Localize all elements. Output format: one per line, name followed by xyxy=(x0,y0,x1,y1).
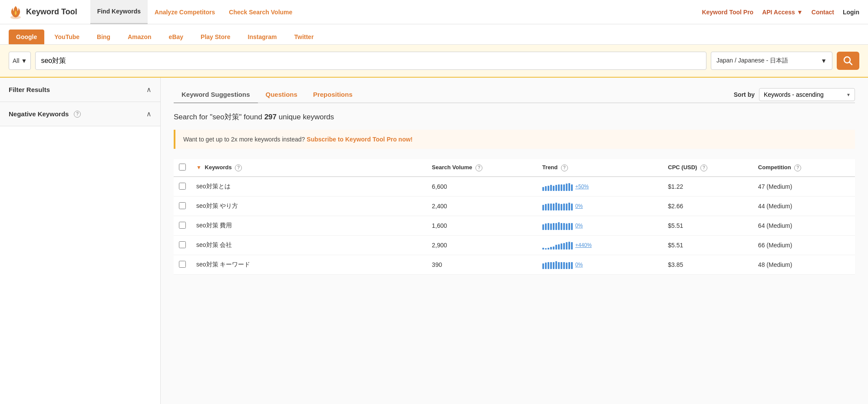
select-all-checkbox[interactable] xyxy=(179,164,186,171)
search-type-select[interactable]: All ▼ xyxy=(9,52,31,70)
th-keywords: ▼ Keywords ? xyxy=(191,159,427,177)
row-competition: 66 (Medium) xyxy=(753,236,855,255)
promo-link[interactable]: Subscribe to Keyword Tool Pro now! xyxy=(307,136,413,143)
row-checkbox-cell xyxy=(174,216,191,236)
nav-contact[interactable]: Contact xyxy=(812,9,834,16)
filter-results-title: Filter Results xyxy=(9,86,50,93)
row-checkbox[interactable] xyxy=(179,202,186,209)
search-bar: All ▼ Japan / Japanese - 日本語 ▼ xyxy=(0,45,868,78)
row-keyword: seo対策 会社 xyxy=(191,236,427,255)
search-icon xyxy=(843,56,853,66)
filter-results-header[interactable]: Filter Results ∧ xyxy=(0,78,160,102)
row-keyword: seo対策 キーワード xyxy=(191,255,427,275)
nav-find-keywords[interactable]: Find Keywords xyxy=(90,0,148,24)
trend-info-icon[interactable]: ? xyxy=(561,164,568,171)
table-row: seo対策 やり方2,4000%$2.6644 (Medium) xyxy=(174,197,855,216)
th-search-volume: Search Volume ? xyxy=(427,159,537,177)
row-checkbox-cell xyxy=(174,177,191,197)
row-keyword: seo対策 やり方 xyxy=(191,197,427,216)
tab-keyword-suggestions[interactable]: Keyword Suggestions xyxy=(174,86,258,103)
trend-link[interactable]: 0% xyxy=(575,203,583,209)
tab-google[interactable]: Google xyxy=(9,30,44,44)
nav-check-search-volume[interactable]: Check Search Volume xyxy=(222,0,299,24)
logo-text: Keyword Tool xyxy=(26,7,77,16)
row-checkbox-cell xyxy=(174,255,191,275)
keyword-table: ▼ Keywords ? Search Volume ? Trend ? CPC… xyxy=(174,159,855,275)
table-row: seo対策 費用1,6000%$5.5164 (Medium) xyxy=(174,216,855,236)
row-keyword: seo対策とは xyxy=(191,177,427,197)
nav-keyword-tool-pro[interactable]: Keyword Tool Pro xyxy=(702,9,753,16)
trend-link[interactable]: +440% xyxy=(575,242,592,248)
negative-keywords-section: Negative Keywords ? ∧ xyxy=(0,102,160,126)
th-checkbox xyxy=(174,159,191,177)
tab-amazon[interactable]: Amazon xyxy=(120,30,158,44)
trend-link[interactable]: 0% xyxy=(575,223,583,229)
row-cpc: $5.51 xyxy=(663,216,753,236)
tab-twitter[interactable]: Twitter xyxy=(287,30,321,44)
nav-login[interactable]: Login xyxy=(843,9,859,16)
table-row: seo対策 キーワード3900%$3.8548 (Medium) xyxy=(174,255,855,275)
nav-right: Keyword Tool Pro API Access ▼ Contact Lo… xyxy=(702,9,859,16)
stats-line: Search for "seo対策" found 297 unique keyw… xyxy=(174,112,855,122)
trend-bars xyxy=(542,202,573,210)
row-cpc: $3.85 xyxy=(663,255,753,275)
row-checkbox-cell xyxy=(174,197,191,216)
tab-instagram[interactable]: Instagram xyxy=(241,30,284,44)
result-tabs-bar: Keyword Suggestions Questions Prepositio… xyxy=(174,86,855,103)
row-checkbox[interactable] xyxy=(179,222,186,229)
filter-results-chevron-icon: ∧ xyxy=(146,85,152,94)
sort-label: Sort by xyxy=(734,91,755,98)
table-row: seo対策とは6,600+50%$1.2247 (Medium) xyxy=(174,177,855,197)
th-trend: Trend ? xyxy=(537,159,663,177)
logo[interactable]: Keyword Tool xyxy=(9,5,77,19)
sv-info-icon[interactable]: ? xyxy=(475,164,482,171)
tab-playstore[interactable]: Play Store xyxy=(193,30,238,44)
search-type-arrow: ▼ xyxy=(21,57,27,64)
content-area: Keyword Suggestions Questions Prepositio… xyxy=(161,78,868,404)
tab-questions[interactable]: Questions xyxy=(258,86,305,103)
row-search-volume: 2,900 xyxy=(427,236,537,255)
row-trend: 0% xyxy=(537,197,663,216)
filter-results-section: Filter Results ∧ xyxy=(0,78,160,102)
row-search-volume: 6,600 xyxy=(427,177,537,197)
trend-bars xyxy=(542,182,573,191)
row-competition: 47 (Medium) xyxy=(753,177,855,197)
row-checkbox[interactable] xyxy=(179,183,186,190)
nav-api-access[interactable]: API Access ▼ xyxy=(762,9,803,16)
nav-analyze-competitors[interactable]: Analyze Competitors xyxy=(148,0,222,24)
negative-keywords-title: Negative Keywords ? xyxy=(9,110,81,118)
row-checkbox[interactable] xyxy=(179,241,186,248)
th-competition: Competition ? xyxy=(753,159,855,177)
tab-prepositions[interactable]: Prepositions xyxy=(305,86,360,103)
search-input[interactable] xyxy=(35,52,706,70)
keyword-table-body: seo対策とは6,600+50%$1.2247 (Medium)seo対策 やり… xyxy=(174,177,855,275)
row-trend: 0% xyxy=(537,216,663,236)
trend-bars xyxy=(542,260,573,269)
row-keyword: seo対策 費用 xyxy=(191,216,427,236)
sort-select[interactable]: Keywords - ascending Keywords - descendi… xyxy=(759,88,855,101)
trend-link[interactable]: 0% xyxy=(575,262,583,268)
keywords-info-icon[interactable]: ? xyxy=(235,164,242,171)
row-checkbox[interactable] xyxy=(179,261,186,268)
promo-banner: Want to get up to 2x more keywords inste… xyxy=(174,130,855,149)
tab-youtube[interactable]: YouTube xyxy=(47,30,87,44)
table-row: seo対策 会社2,900+440%$5.5166 (Medium) xyxy=(174,236,855,255)
row-trend: +440% xyxy=(537,236,663,255)
row-search-volume: 390 xyxy=(427,255,537,275)
search-type-label: All xyxy=(13,57,20,64)
negative-keywords-header[interactable]: Negative Keywords ? ∧ xyxy=(0,102,160,126)
sidebar: Filter Results ∧ Negative Keywords ? ∧ xyxy=(0,78,161,404)
navbar: Keyword Tool Find Keywords Analyze Compe… xyxy=(0,0,868,24)
th-cpc: CPC (USD) ? xyxy=(663,159,753,177)
trend-link[interactable]: +50% xyxy=(575,184,589,190)
negative-keywords-info-icon[interactable]: ? xyxy=(74,111,81,118)
search-button[interactable] xyxy=(837,52,859,70)
row-cpc: $5.51 xyxy=(663,236,753,255)
tab-ebay[interactable]: eBay xyxy=(162,30,191,44)
tab-bing[interactable]: Bing xyxy=(89,30,118,44)
sort-bar: Sort by Keywords - ascending Keywords - … xyxy=(734,88,855,101)
language-select[interactable]: Japan / Japanese - 日本語 ▼ xyxy=(711,52,832,70)
row-cpc: $2.66 xyxy=(663,197,753,216)
comp-info-icon[interactable]: ? xyxy=(794,164,801,171)
cpc-info-icon[interactable]: ? xyxy=(700,164,707,171)
